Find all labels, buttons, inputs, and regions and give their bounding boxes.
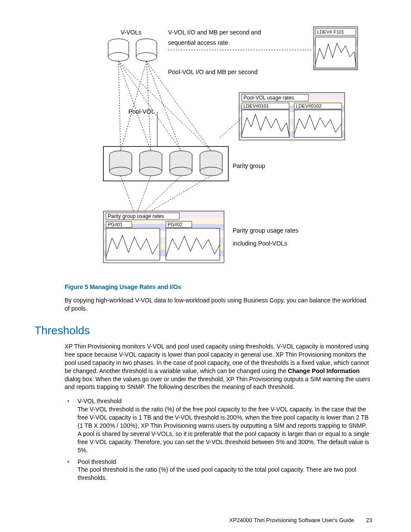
svg-rect-51	[242, 110, 289, 137]
pg02: PG#02	[168, 222, 182, 227]
ldev-0102: LDEV#0102	[296, 103, 321, 109]
bullet-title-0: V-VOL threshold	[78, 398, 121, 404]
poolvol-cyl-3	[170, 151, 192, 176]
thresholds-intro-after: dialog box. When the values go over or u…	[65, 376, 370, 391]
poolvol-cyl-1	[109, 151, 132, 176]
svg-rect-64	[166, 228, 220, 260]
svg-rect-53	[294, 110, 342, 137]
vvol-cylinder-1	[108, 39, 129, 61]
figure-diagram: V-VOLs V-VOL I/O and MB per second and s…	[65, 26, 381, 278]
ldev-0101: LDEV#0101	[243, 103, 269, 109]
list-item: V-VOL threshold The V-VOL threshold is t…	[73, 397, 372, 454]
pg01: PG#01	[108, 222, 122, 227]
footer-title: XP24000 Thin Provisioning Software User'…	[229, 517, 354, 523]
footer-page-number: 23	[366, 516, 372, 524]
svg-point-17	[136, 53, 157, 61]
parity-usage-label: Parity group usage rates	[108, 213, 164, 219]
svg-line-22	[121, 61, 146, 151]
svg-line-23	[146, 61, 151, 151]
bullet-body-0: The V-VOL threshold is the ratio (%) of …	[78, 406, 369, 453]
parity-rates-text-2: including Pool-VOLs	[233, 240, 287, 247]
poolvol-io-label: Pool-VOL I/O and MB per second	[168, 68, 258, 75]
page-footer: XP24000 Thin Provisioning Software User'…	[34, 516, 381, 524]
poolvol-usage-label: Pool-VOL usage rates	[243, 95, 294, 101]
ldev-f101-label: LDEV# F101	[317, 29, 344, 34]
section-heading-thresholds: Thresholds	[34, 323, 381, 338]
svg-line-54	[220, 118, 241, 138]
vvol-io-label-1: V-VOL I/O and MB per second and	[168, 29, 261, 36]
poolvol-cyl-4	[200, 151, 222, 176]
svg-line-19	[118, 61, 151, 151]
bullet-title-1: Pool threshold	[78, 458, 116, 465]
svg-rect-62	[106, 228, 160, 260]
parity-rates-text-1: Parity group usage rates	[233, 227, 299, 234]
poolvol-label: Pool-VOL	[128, 108, 155, 115]
thresholds-bold: Change Pool Information	[288, 367, 359, 374]
vvol-io-label-2: sequential access rate	[168, 39, 228, 46]
svg-point-42	[170, 167, 192, 176]
parity-group-label: Parity group	[233, 162, 265, 169]
figure-description: By copying high-workload V-VOL data to l…	[65, 296, 372, 313]
figure-caption: Figure 5 Managing Usage Rates and I/Os	[65, 283, 381, 291]
thresholds-intro: XP Thin Provisioning monitors V-VOL and …	[65, 342, 372, 391]
svg-point-37	[140, 167, 162, 176]
bullet-list: V-VOL threshold The V-VOL threshold is t…	[65, 397, 372, 482]
bullet-body-1: The pool threshold is the ratio (%) of t…	[78, 466, 356, 481]
svg-point-47	[200, 167, 222, 176]
vvol-cylinder-2	[136, 39, 157, 61]
list-item: Pool threshold The pool threshold is the…	[73, 458, 372, 482]
poolvol-cyl-2	[140, 151, 162, 176]
svg-line-18	[118, 61, 121, 151]
svg-point-12	[108, 53, 129, 61]
svg-point-32	[109, 167, 132, 176]
vvols-label-text: V-VOLs	[121, 29, 141, 36]
